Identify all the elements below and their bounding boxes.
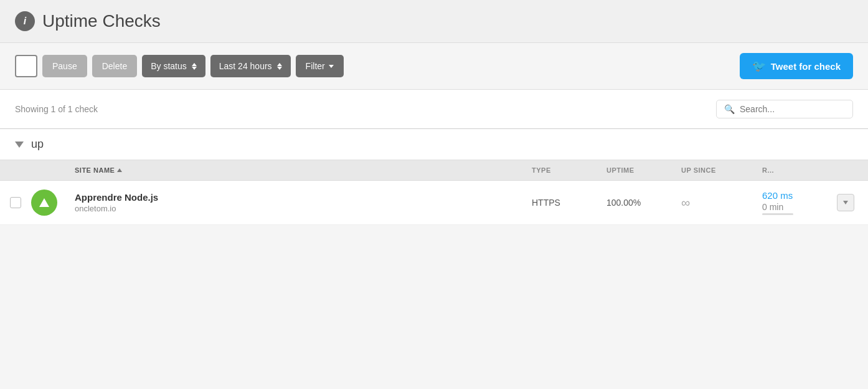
uptime-value: 100.00% (606, 198, 641, 208)
site-icon-cell (31, 190, 75, 216)
up-since-cell: ∞ (681, 196, 762, 210)
site-info: Apprendre Node.js oncletom.io (75, 192, 158, 213)
tweet-for-check-button[interactable]: 🐦 Tweet for check (740, 53, 853, 79)
site-status-icon (31, 190, 57, 216)
expand-cell (837, 194, 868, 211)
response-ms-value: 620 ms (762, 190, 793, 201)
site-url: oncletom.io (75, 204, 158, 213)
updown-icon (277, 63, 282, 70)
updown-icon (192, 63, 197, 70)
response-min-value: 0 min (762, 202, 793, 212)
th-response: R... (762, 166, 837, 174)
type-cell: HTTPS (532, 198, 606, 208)
by-status-button[interactable]: By status (142, 55, 205, 77)
page-title: Uptime Checks (42, 11, 161, 31)
th-type: TYPE (532, 166, 606, 174)
row-checkbox[interactable] (10, 197, 21, 208)
sort-arrow-icon (117, 168, 122, 172)
th-site-name[interactable]: SITE NAME (75, 166, 532, 174)
uptime-cell: 100.00% (606, 198, 681, 208)
th-icon (31, 166, 75, 174)
search-box: 🔍 (716, 100, 853, 118)
search-icon: 🔍 (724, 104, 735, 114)
content-area: Showing 1 of 1 check 🔍 up SITE NAME TYPE… (0, 90, 868, 225)
collapse-icon[interactable] (15, 142, 24, 148)
th-up-since: UP SINCE (681, 166, 762, 174)
pause-button[interactable]: Pause (42, 55, 87, 77)
site-name: Apprendre Node.js (75, 192, 158, 203)
expand-arrow-icon (843, 201, 848, 204)
info-icon: i (15, 11, 35, 31)
filter-button[interactable]: Filter (296, 55, 344, 77)
th-checkbox (0, 166, 31, 174)
chevron-down-icon (329, 65, 334, 68)
th-uptime: UPTIME (606, 166, 681, 174)
twitter-icon: 🐦 (752, 59, 766, 73)
expand-button[interactable] (837, 194, 854, 211)
group-header: up (0, 129, 868, 160)
row-checkbox-cell (0, 197, 31, 208)
up-arrow-icon (39, 198, 49, 207)
delete-button[interactable]: Delete (92, 55, 137, 77)
response-cell: 620 ms 0 min (762, 190, 837, 215)
select-all-checkbox[interactable] (15, 55, 37, 77)
type-value: HTTPS (532, 198, 560, 208)
site-info-cell: Apprendre Node.js oncletom.io (75, 192, 532, 213)
up-since-value: ∞ (681, 196, 690, 210)
search-input[interactable] (740, 104, 845, 114)
table-header: SITE NAME TYPE UPTIME UP SINCE R... (0, 160, 868, 181)
showing-row: Showing 1 of 1 check 🔍 (0, 90, 868, 129)
page-header: i Uptime Checks (0, 0, 868, 43)
table-row: Apprendre Node.js oncletom.io HTTPS 100.… (0, 181, 868, 225)
showing-text: Showing 1 of 1 check (15, 104, 98, 114)
toolbar: Pause Delete By status Last 24 hours Fil… (0, 43, 868, 90)
response-info: 620 ms 0 min (762, 190, 793, 215)
response-bar (762, 213, 793, 215)
group-label: up (31, 138, 44, 151)
time-range-button[interactable]: Last 24 hours (210, 55, 291, 77)
th-actions (837, 166, 868, 174)
